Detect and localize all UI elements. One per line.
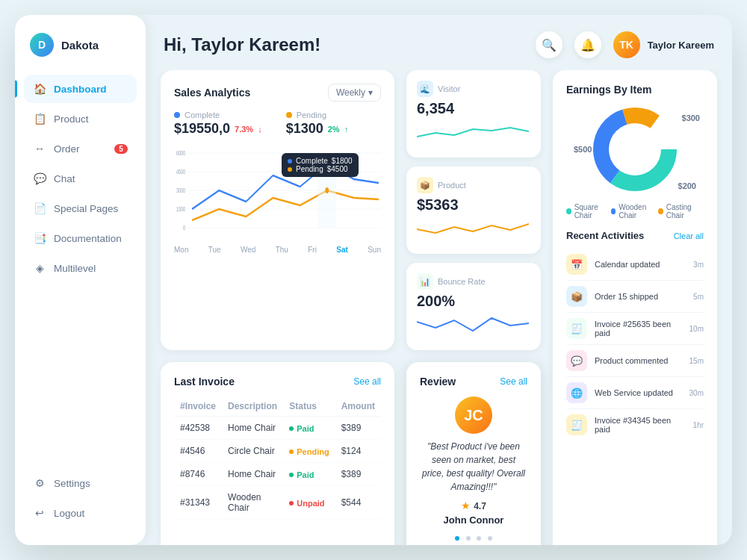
svg-text:3000: 3000 (176, 187, 185, 195)
activity-comment-icon: 💬 (566, 350, 587, 371)
notifications-button[interactable]: 🔔 (574, 31, 601, 58)
activity-item: 🌐 Web Service updated 30m (566, 377, 704, 409)
dashboard-grid: Sales Analytics Weekly ▾ Complete $19550… (146, 70, 732, 545)
home-icon: 🏠 (33, 82, 46, 96)
review-dot-4[interactable] (488, 536, 492, 541)
review-dot-2[interactable] (466, 536, 471, 541)
invoice-cell-status: Paid (283, 463, 335, 486)
chat-icon: 💬 (33, 172, 46, 185)
activity-order-text: Order 15 shipped (595, 292, 686, 301)
invoice-card: Last Invoice See all #Invoice Descriptio… (161, 362, 394, 545)
search-button[interactable]: 🔍 (536, 31, 562, 58)
clear-all-button[interactable]: Clear all (674, 231, 704, 240)
review-dot-3[interactable] (477, 536, 481, 541)
visitor-sparkline (417, 122, 529, 144)
activity-web-time: 30m (689, 389, 704, 397)
invoice-see-all[interactable]: See all (353, 376, 381, 387)
analytics-metrics: Complete $19550,0 7.3% ↓ Pending (174, 111, 381, 137)
invoice-cell-status: Paid (283, 417, 335, 440)
svg-point-11 (325, 161, 329, 167)
sidebar-item-dashboard[interactable]: 🏠 Dashboard (24, 75, 137, 103)
invoice-row: #4546 Circle Chair Pending $124 (174, 440, 381, 463)
activity-calendar-text: Calendar updated (595, 260, 686, 269)
invoice-cell-status: Unpaid (283, 486, 335, 520)
earnings-donut-chart (590, 105, 680, 194)
earnings-title: Earnings By Item (566, 84, 651, 96)
activity-item: 🧾 Invoice #34345 been paid 1hr (566, 409, 704, 441)
wooden-chair-legend-dot (611, 208, 616, 214)
sidebar-item-settings[interactable]: ⚙ Settings (24, 469, 137, 497)
activity-item: 📅 Calendar updated 3m (566, 249, 704, 281)
top-header: Hi, Taylor Kareem! 🔍 🔔 TK Taylor Kareem (146, 15, 732, 70)
invoice-cell-desc: Home Chair (222, 463, 283, 486)
review-stars: ★4.7 (420, 500, 527, 511)
sidebar-item-multilevel[interactable]: ◈ Multilevel (24, 254, 137, 282)
sidebar-item-order-label: Order (54, 143, 80, 155)
product-value: $5363 (417, 196, 530, 214)
up-arrow-icon: ↑ (344, 125, 349, 134)
order-badge: 5 (114, 144, 128, 154)
logo-icon: D (30, 33, 54, 57)
donut-label-500: $500 (574, 145, 592, 154)
sidebar-item-dashboard-label: Dashboard (54, 84, 107, 95)
activity-calendar-icon: 📅 (566, 254, 587, 275)
activity-order-icon: 📦 (566, 286, 587, 307)
chart-area: 6000 4500 3000 1500 0 (174, 146, 381, 243)
sidebar-item-product-label: Product (54, 113, 89, 125)
bell-icon: 🔔 (580, 38, 595, 52)
review-see-all[interactable]: See all (500, 376, 527, 387)
weekly-button[interactable]: Weekly ▾ (328, 84, 381, 102)
invoice-cell-status: Pending (283, 440, 335, 463)
casting-chair-legend-dot (658, 208, 663, 214)
product-icon: 📋 (33, 112, 46, 125)
sidebar-item-special-pages[interactable]: 📄 Special Pages (24, 194, 137, 223)
activities-list: 📅 Calendar updated 3m 📦 Order 15 shipped… (566, 249, 704, 441)
sidebar-item-chat[interactable]: 💬 Chat (24, 164, 137, 193)
analytics-card-header: Sales Analytics Weekly ▾ (174, 84, 381, 102)
activity-calendar-time: 3m (693, 261, 704, 269)
chevron-down-icon: ▾ (368, 87, 373, 98)
review-quote: "Best Product i've been seen on market, … (420, 440, 527, 494)
complete-change: 7.3% (235, 125, 253, 134)
square-chair-label: Square Chair (574, 203, 611, 220)
review-card: Review See all JC "Best Product i've bee… (406, 362, 541, 545)
multilevel-icon: ◈ (33, 261, 46, 275)
donut-label-300: $300 (682, 113, 700, 122)
invoice-col-status: Status (283, 396, 335, 417)
activity-item: 📦 Order 15 shipped 5m (566, 281, 704, 313)
activity-web-icon: 🌐 (566, 382, 587, 403)
bounce-sparkline (417, 314, 529, 337)
invoice-cell-amount: $544 (335, 486, 381, 520)
pending-dot (286, 112, 292, 118)
bounce-value: 200% (417, 293, 530, 310)
sidebar-item-settings-label: Settings (54, 478, 90, 489)
activity-invoice-time: 10m (689, 325, 704, 333)
review-dots (420, 530, 527, 544)
sidebar-item-chat-label: Chat (54, 173, 75, 184)
invoice-cell-desc: Wooden Chair (222, 486, 283, 520)
invoice-cell-amount: $389 (335, 463, 381, 486)
invoice-cell-number: #4546 (174, 440, 222, 463)
complete-metric: Complete $19550,0 7.3% ↓ (174, 111, 262, 137)
svg-text:0: 0 (183, 224, 185, 232)
chart-x-labels: Mon Tue Wed Thu Fri Sat Sun (174, 243, 381, 254)
activity-item: 💬 Product commented 15m (566, 345, 704, 377)
visitor-stat-card: 🌊 Visitor 6,354 (406, 70, 541, 158)
product-stat-card: 📦 Product $5363 (406, 167, 541, 254)
invoice-cell-desc: Circle Chair (222, 440, 283, 463)
analytics-chart: 6000 4500 3000 1500 0 (174, 146, 381, 243)
analytics-card: Sales Analytics Weekly ▾ Complete $19550… (161, 70, 394, 350)
sidebar-item-product[interactable]: 📋 Product (24, 105, 137, 133)
activity-web-text: Web Service updated (595, 388, 682, 397)
square-chair-legend-dot (566, 208, 571, 214)
special-pages-icon: 📄 (33, 202, 46, 215)
activity-invoice2-time: 1hr (693, 421, 704, 429)
user-info[interactable]: TK Taylor Kareem (613, 31, 714, 58)
sidebar-item-order[interactable]: ↔ Order 5 (24, 134, 137, 163)
review-dot-1[interactable] (455, 536, 459, 541)
visitor-icon: 🌊 (417, 81, 433, 97)
svg-text:6000: 6000 (176, 149, 185, 158)
sidebar-item-logout[interactable]: ↩ Logout (24, 499, 137, 527)
complete-dot (174, 112, 180, 118)
sidebar-item-documentation[interactable]: 📑 Documentation (24, 224, 137, 252)
